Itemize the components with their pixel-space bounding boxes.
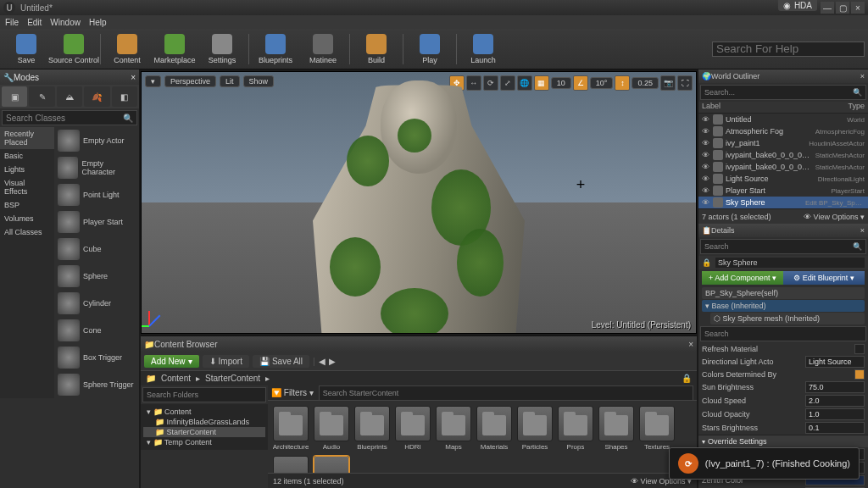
details-close-icon[interactable]: × [860, 226, 865, 235]
toolbar-build-button[interactable]: Build [353, 30, 399, 68]
content-browser-close-icon[interactable]: × [688, 340, 693, 349]
path-back-icon[interactable]: ◀ [319, 357, 326, 366]
edit-blueprint-button[interactable]: ⚙ Edit Blueprint ▾ [783, 271, 865, 285]
outliner-search-input[interactable]: Search...🔍 [700, 85, 866, 100]
outliner-row[interactable]: 👁Atmospheric FogAtmosphericFog [698, 125, 868, 137]
asset-maps[interactable]: Maps [436, 406, 471, 451]
menu-help[interactable]: Help [89, 18, 107, 27]
category-all-classes[interactable]: All Classes [0, 225, 54, 239]
checkbox[interactable] [854, 344, 865, 354]
tree-temp-content[interactable]: ▾ 📁 Temp Content [143, 437, 265, 447]
outliner-row[interactable]: 👁Sky SphereEdit BP_Sky_Sphere [698, 197, 868, 208]
menu-file[interactable]: File [5, 18, 19, 27]
component-root[interactable]: BP_Sky_Sphere(self) [702, 287, 865, 299]
asset-textures[interactable]: Textures [639, 406, 675, 451]
asset-ivypaint[interactable]: ivypaint [273, 456, 309, 473]
visibility-icon[interactable]: 👁 [702, 115, 710, 124]
viewport-menu-button[interactable]: ▾ [145, 75, 161, 87]
actor-box-trigger[interactable]: Box Trigger [54, 344, 139, 371]
modes-close-icon[interactable]: × [131, 73, 136, 82]
search-folders-input[interactable]: Search Folders [142, 387, 266, 402]
menu-window[interactable]: Window [50, 18, 81, 27]
mode-foliage-tab[interactable]: 🍂 [84, 86, 109, 107]
help-search-input[interactable] [712, 42, 865, 57]
category-bsp[interactable]: BSP [0, 198, 54, 212]
breadcrumb-content[interactable]: Content [161, 374, 191, 383]
toolbar-content-button[interactable]: Content [104, 30, 150, 68]
mode-paint-tab[interactable]: ✎ [29, 86, 54, 107]
outliner-row[interactable]: 👁ivypaint_bake0_0_0_0_0_main_geoStaticMe… [698, 149, 868, 161]
outliner-row[interactable]: 👁Player StartPlayerStart [698, 185, 868, 197]
asset-architecture[interactable]: Architecture [273, 406, 309, 451]
category-basic[interactable]: Basic [0, 149, 54, 163]
viewport-show-button[interactable]: Show [243, 75, 275, 87]
outliner-row[interactable]: 👁ivy_paint1HoudiniAssetActor [698, 137, 868, 149]
outliner-view-options[interactable]: 👁 View Options ▾ [804, 213, 865, 221]
add-component-button[interactable]: + Add Component ▾ [702, 271, 783, 285]
details-prop-search-input[interactable]: Search [700, 326, 866, 341]
toolbar-source-control-button[interactable]: Source Control [51, 30, 97, 68]
breadcrumb-starter[interactable]: StarterContent [205, 374, 260, 383]
category-recently-placed[interactable]: Recently Placed [0, 127, 54, 149]
notification-toast[interactable]: ⟳ (Ivy_paint1_7) : (Finished Cooking) [669, 447, 860, 480]
category-visual-effects[interactable]: Visual Effects [0, 176, 54, 198]
toolbar-settings-button[interactable]: Settings [199, 30, 245, 68]
viewport-lit-button[interactable]: Lit [220, 75, 240, 87]
category-volumes[interactable]: Volumes [0, 212, 54, 225]
asset-blueprints[interactable]: Blueprints [354, 406, 390, 451]
value-input[interactable]: 2.0 [805, 395, 865, 407]
grid-snap-icon[interactable]: ▦ [534, 75, 549, 91]
import-button[interactable]: ⬇ Import [203, 355, 249, 368]
asset-materials[interactable]: Materials [476, 406, 512, 451]
viewport-perspective-button[interactable]: Perspective [164, 75, 216, 87]
value-input[interactable]: 0.1 [805, 422, 865, 434]
details-search-input[interactable]: Search🔍 [700, 239, 866, 254]
minimize-button[interactable]: — [821, 2, 834, 14]
actor-sphere[interactable]: Sphere [54, 263, 139, 290]
lock-icon[interactable]: 🔒 [702, 258, 712, 267]
actor-empty-character[interactable]: Empty Character [54, 154, 139, 181]
visibility-icon[interactable]: 👁 [702, 198, 710, 207]
outliner-close-icon[interactable]: × [860, 72, 865, 80]
section-override[interactable]: Override Settings [698, 435, 868, 447]
asset-hdri[interactable]: HDRI [395, 406, 431, 451]
asset-audio[interactable]: Audio [314, 406, 349, 451]
outliner-row[interactable]: 👁UntitledWorld [698, 114, 868, 125]
hda-badge[interactable]: ◉HDA [778, 0, 817, 11]
category-lights[interactable]: Lights [0, 163, 54, 176]
search-classes-input[interactable]: Search Classes🔍 [2, 110, 137, 125]
actor-empty-actor[interactable]: Empty Actor [54, 127, 139, 154]
mode-landscape-tab[interactable]: ⛰ [57, 86, 82, 107]
content-lock-icon[interactable]: 🔒 [682, 374, 692, 383]
actor-player-start[interactable]: Player Start [54, 208, 139, 236]
scale-snap-icon[interactable]: ↕ [615, 75, 630, 91]
mode-place-tab[interactable]: ▣ [2, 86, 27, 107]
visibility-icon[interactable]: 👁 [702, 163, 710, 171]
grid-snap-value[interactable]: 10 [551, 77, 571, 89]
toolbar-blueprints-button[interactable]: Blueprints [253, 30, 298, 68]
asset-ivypaint-bake0-0-0-0-main-geo[interactable]: ivypaint_bake0_0_0_0_main_geo [314, 456, 349, 473]
outliner-row[interactable]: 👁ivypaint_bake0_0_0_0_0_main_geo2StaticM… [698, 161, 868, 173]
maximize-button[interactable]: ▢ [836, 2, 849, 14]
search-assets-input[interactable]: Search StarterContent [319, 385, 693, 401]
tree-startercontent[interactable]: 📁 StarterContent [143, 427, 265, 437]
actor-cube[interactable]: Cube [54, 236, 139, 263]
value-input[interactable]: Light Source [805, 356, 865, 368]
visibility-icon[interactable]: 👁 [702, 139, 710, 147]
viewport[interactable]: ▾ Perspective Lit Show ✥ ↔ ⟳ ⤢ 🌐 ▦ 10 ∠ … [141, 71, 697, 334]
visibility-icon[interactable]: 👁 [702, 186, 710, 195]
visibility-icon[interactable]: 👁 [702, 175, 710, 183]
angle-snap-value[interactable]: 10° [590, 77, 614, 89]
add-new-button[interactable]: Add New ▾ [144, 355, 199, 368]
close-button[interactable]: × [851, 2, 865, 14]
actor-cone[interactable]: Cone [54, 317, 139, 344]
asset-particles[interactable]: Particles [517, 406, 553, 451]
asset-shapes[interactable]: Shapes [598, 406, 634, 451]
toolbar-save-button[interactable]: Save [3, 30, 49, 68]
value-input[interactable]: 1.0 [805, 408, 865, 420]
value-input[interactable]: 75.0 [805, 381, 865, 393]
path-fwd-icon[interactable]: ▶ [329, 357, 336, 366]
tree-content[interactable]: ▾ 📁 Content [143, 407, 265, 417]
actor-cylinder[interactable]: Cylinder [54, 290, 139, 317]
mode-geometry-tab[interactable]: ◧ [112, 86, 137, 107]
